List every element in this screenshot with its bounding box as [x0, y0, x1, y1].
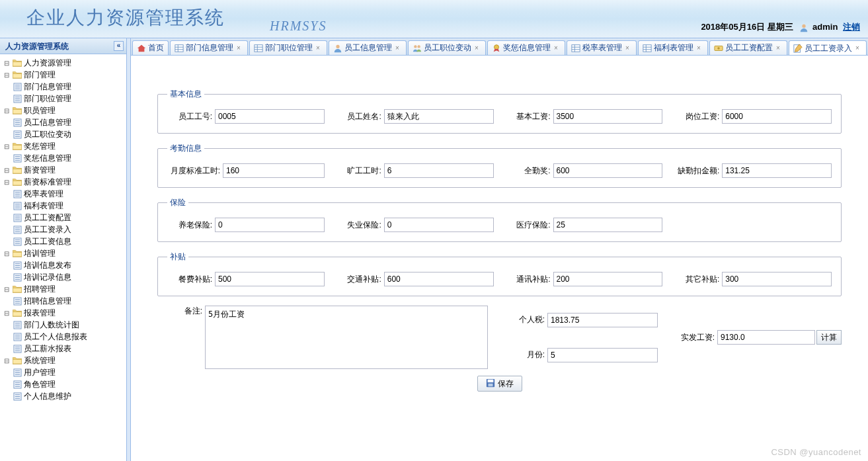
- header-right: 2018年05月16日 星期三 admin 注销: [701, 21, 860, 33]
- header-user: admin: [812, 22, 838, 32]
- logout-link[interactable]: 注销: [843, 22, 860, 32]
- app-subtitle: HRMSYS: [270, 19, 327, 34]
- header-date: 2018年05月16日 星期三: [701, 22, 793, 32]
- app-header: 企业人力资源管理系统 HRMSYS 2018年05月16日 星期三 admin …: [0, 0, 868, 38]
- user-icon: [799, 23, 809, 32]
- app-title: 企业人力资源管理系统: [26, 5, 225, 30]
- svg-point-0: [803, 24, 806, 27]
